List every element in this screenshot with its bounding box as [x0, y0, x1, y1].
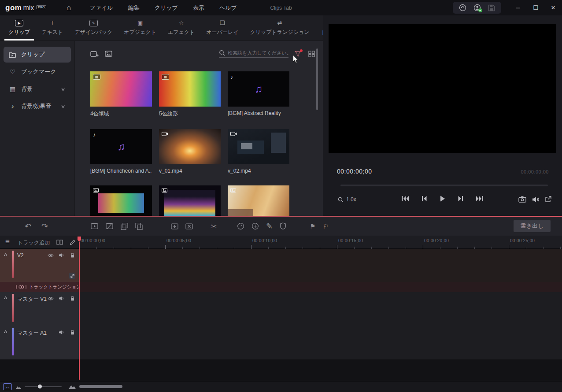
menu-edit[interactable]: 編集 [128, 4, 140, 12]
chevron-down-icon[interactable]: ∨ [60, 86, 65, 92]
minimize-button[interactable]: ─ [509, 0, 527, 15]
tab-text[interactable]: T テキスト [36, 15, 69, 41]
sidebar-item-backgrounds[interactable]: ▦ 背景 ∨ [4, 81, 71, 97]
tab-label: オブジェクト [124, 29, 156, 36]
insert-clip-icon[interactable] [171, 223, 178, 230]
home-icon[interactable]: ⌂ [63, 4, 74, 12]
undo-icon[interactable]: ↶ [25, 222, 31, 231]
zoom-slider-handle[interactable] [38, 385, 42, 388]
clips-scrollbar[interactable] [316, 48, 318, 110]
export-button[interactable]: 書き出し [514, 220, 551, 232]
close-button[interactable]: ✕ [544, 0, 562, 15]
save-icon[interactable] [488, 4, 495, 11]
skip-end-button[interactable] [476, 196, 484, 202]
search-input[interactable] [228, 50, 288, 55]
menu-clip[interactable]: クリップ [155, 4, 178, 12]
skip-start-button[interactable] [401, 196, 409, 202]
detach-preview-icon[interactable] [545, 196, 551, 203]
seek-bar[interactable] [340, 185, 548, 186]
clip-item-bgm-1[interactable]: ♪ ♫ [BGM] Abstract Reality [228, 71, 289, 118]
shield-icon[interactable] [280, 222, 286, 230]
next-frame-button[interactable] [458, 196, 463, 202]
support-icon[interactable] [459, 4, 466, 11]
track-mute-icon[interactable] [59, 296, 64, 301]
volume-icon[interactable] [532, 196, 539, 203]
clip-item-gradient5[interactable]: ▦ 5色線形 [159, 71, 221, 118]
collapse-track-icon[interactable]: ∧ [3, 252, 8, 257]
track-lock-icon[interactable] [70, 296, 75, 301]
play-button[interactable] [440, 195, 445, 202]
add-image-icon[interactable] [105, 51, 112, 57]
track-header-master-v1[interactable]: ∧ マスター V1 [0, 292, 79, 326]
account-status-icon[interactable] [473, 4, 481, 11]
chevron-down-icon[interactable]: ∨ [60, 104, 65, 109]
track-mute-icon[interactable] [59, 330, 64, 335]
timeline-scrollbar[interactable] [79, 385, 122, 388]
snap-edit-icon[interactable] [70, 239, 76, 245]
maximize-button[interactable]: ☐ [527, 0, 544, 15]
timeline-zoom-slider[interactable] [25, 386, 62, 387]
tab-object[interactable]: ▣ オブジェクト [118, 15, 162, 41]
redo-icon[interactable]: ↷ [41, 222, 48, 231]
add-clip-icon[interactable] [90, 50, 99, 57]
track-lane-v2[interactable] [79, 249, 562, 282]
menu-view[interactable]: 表示 [193, 4, 204, 12]
clip-item-bgm-2[interactable]: ♪ ♫ [BGM] Chuncheon and A... [90, 129, 152, 174]
clip-item-gradient4[interactable]: ▦ 4色領域 [90, 71, 152, 118]
clips-grid: ▦ 4色領域 ▦ 5色線形 ♪ ♫ [BGM] Abstract Reality [90, 71, 289, 216]
copy-clip-icon[interactable] [121, 222, 128, 230]
menu-file[interactable]: ファイル [89, 4, 113, 12]
sidebar-item-bgm-sfx[interactable]: ♪ 背景/効果音 ∨ [4, 98, 71, 114]
track-lane-master-a1[interactable] [79, 326, 562, 359]
previous-frame-button[interactable] [422, 196, 427, 202]
delete-clip-icon[interactable] [185, 223, 193, 230]
timeline-zoom-out-icon[interactable] [16, 385, 21, 389]
track-visibility-icon[interactable] [48, 296, 54, 301]
pen-tool-icon[interactable]: ✎ [266, 222, 273, 231]
clip-item-image-2[interactable] [159, 185, 221, 216]
clip-item-image-3[interactable] [228, 185, 289, 216]
sidebar-item-clips[interactable]: クリップ [4, 47, 71, 63]
add-track-button[interactable]: トラック追加 [18, 239, 50, 247]
video-preview[interactable] [329, 24, 556, 153]
timeline-menu-icon[interactable]: ≡ [5, 237, 10, 246]
track-lock-icon[interactable] [70, 253, 75, 258]
speed-icon[interactable] [237, 222, 244, 230]
track-lock-icon[interactable] [70, 330, 75, 335]
timeline-zoom-in-icon[interactable] [69, 384, 76, 389]
track-transform-icon[interactable] [69, 273, 75, 279]
split-scissors-icon[interactable]: ✂ [211, 222, 217, 231]
clip-item-image-1[interactable] [90, 185, 152, 216]
paste-clip-icon[interactable] [135, 222, 143, 230]
sidebar-item-bookmarks[interactable]: ♡ ブックマーク [4, 64, 71, 80]
menu-help[interactable]: ヘルプ [219, 4, 237, 12]
track-lane-master-v1[interactable] [79, 292, 562, 326]
timeline-ruler[interactable]: 00:00:00;00 00:00:05;00 00:00:10;00 00:0… [79, 236, 562, 249]
add-transition-icon[interactable] [106, 223, 114, 230]
clip-item-video-1[interactable]: v_01.mp4 [159, 129, 221, 174]
track-header-master-a1[interactable]: ∧ マスター A1 [0, 326, 79, 359]
tab-effect[interactable]: ☆ エフェクト [162, 15, 200, 41]
tab-overlay[interactable]: ❏ オーバーレイ [200, 15, 244, 41]
collapse-track-icon[interactable]: ∧ [3, 295, 8, 300]
tab-clip-transition[interactable]: ⇄ クリップトランジション [244, 15, 315, 41]
tab-label: デザインパック [74, 29, 112, 36]
track-header-v2[interactable]: ∧ V2 [0, 249, 79, 282]
screenshot-icon[interactable] [518, 196, 526, 203]
marker-flag-icon[interactable]: ⚑ [310, 222, 315, 230]
grid-view-icon[interactable] [308, 51, 315, 57]
collapse-track-icon[interactable]: ∧ [3, 329, 8, 334]
track-transition-header[interactable]: トラックトランジション [0, 282, 79, 292]
track-visibility-icon[interactable] [48, 253, 54, 258]
marker-flag-outline-icon[interactable]: ⚐ [322, 222, 328, 230]
track-list-icon[interactable] [56, 240, 63, 245]
playhead[interactable] [79, 242, 80, 380]
track-mute-icon[interactable] [59, 253, 64, 258]
fit-timeline-icon[interactable]: ↔ [3, 383, 12, 390]
clip-item-video-2[interactable]: v_02.mp4 [228, 129, 289, 174]
add-to-timeline-icon[interactable] [91, 223, 99, 230]
color-filter-icon[interactable] [251, 222, 259, 230]
track-transition-lane[interactable] [79, 282, 562, 292]
tab-clip[interactable]: ▶ クリップ [3, 15, 36, 41]
tab-design-pack[interactable]: ✎ デザインパック [69, 15, 118, 41]
